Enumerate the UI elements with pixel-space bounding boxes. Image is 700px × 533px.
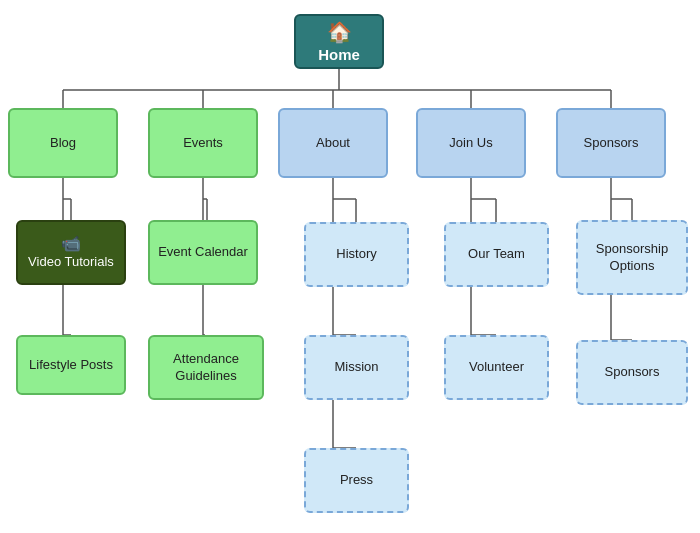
blog-label: Blog xyxy=(50,135,76,152)
mission-label: Mission xyxy=(334,359,378,376)
video-tutorials-label: Video Tutorials xyxy=(28,254,114,271)
our-team-node[interactable]: Our Team xyxy=(444,222,549,287)
volunteer-label: Volunteer xyxy=(469,359,524,376)
joinus-label: Join Us xyxy=(449,135,492,152)
events-node[interactable]: Events xyxy=(148,108,258,178)
history-node[interactable]: History xyxy=(304,222,409,287)
sponsors-node[interactable]: Sponsors xyxy=(556,108,666,178)
press-node[interactable]: Press xyxy=(304,448,409,513)
event-calendar-node[interactable]: Event Calendar xyxy=(148,220,258,285)
about-node[interactable]: About xyxy=(278,108,388,178)
home-node[interactable]: 🏠 Home xyxy=(294,14,384,69)
lifestyle-posts-label: Lifestyle Posts xyxy=(29,357,113,374)
home-icon: 🏠 xyxy=(327,19,352,45)
video-tutorials-node[interactable]: 📹 Video Tutorials xyxy=(16,220,126,285)
home-label: Home xyxy=(318,45,360,65)
video-icon: 📹 xyxy=(61,234,81,255)
events-label: Events xyxy=(183,135,223,152)
sponsorship-options-node[interactable]: Sponsorship Options xyxy=(576,220,688,295)
sponsorship-options-label: Sponsorship Options xyxy=(584,241,680,275)
mission-node[interactable]: Mission xyxy=(304,335,409,400)
attendance-guidelines-label: Attendance Guidelines xyxy=(156,351,256,385)
sponsors-child-label: Sponsors xyxy=(605,364,660,381)
lifestyle-posts-node[interactable]: Lifestyle Posts xyxy=(16,335,126,395)
our-team-label: Our Team xyxy=(468,246,525,263)
about-label: About xyxy=(316,135,350,152)
blog-node[interactable]: Blog xyxy=(8,108,118,178)
attendance-guidelines-node[interactable]: Attendance Guidelines xyxy=(148,335,264,400)
sponsors-label: Sponsors xyxy=(584,135,639,152)
volunteer-node[interactable]: Volunteer xyxy=(444,335,549,400)
press-label: Press xyxy=(340,472,373,489)
history-label: History xyxy=(336,246,376,263)
sponsors-child-node[interactable]: Sponsors xyxy=(576,340,688,405)
event-calendar-label: Event Calendar xyxy=(158,244,248,261)
joinus-node[interactable]: Join Us xyxy=(416,108,526,178)
tree-container: 🏠 Home Blog Events About Join Us Sponsor… xyxy=(0,0,700,533)
